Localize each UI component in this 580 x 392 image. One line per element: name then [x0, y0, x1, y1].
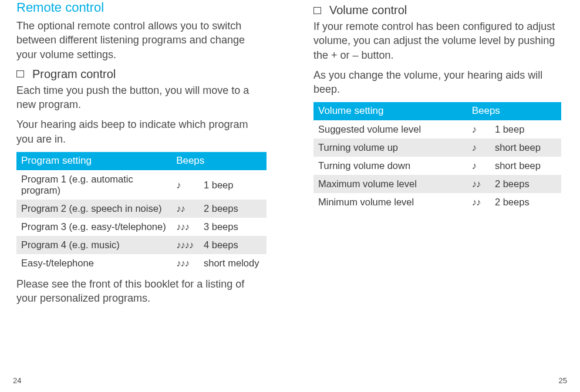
- subheading-label: Volume control: [329, 4, 407, 17]
- intro-paragraph: The optional remote control allows you t…: [16, 19, 267, 62]
- table-row: Turning volume down ♪ short beep: [313, 157, 561, 175]
- note-icon: ♪♪: [171, 200, 199, 218]
- page-left: Remote control The optional remote contr…: [0, 0, 290, 392]
- note-icon: ♪♪♪: [171, 254, 199, 272]
- volume-settings-table: Volume setting Beeps Suggested volume le…: [313, 102, 561, 211]
- table-row: Easy-t/telephone ♪♪♪ short melody: [16, 254, 267, 272]
- table-header-col2: Beeps: [467, 102, 561, 120]
- note-icon: ♪: [171, 170, 199, 200]
- cell-setting: Program 2 (e.g. speech in noise): [16, 200, 171, 218]
- table-row: Maximum volume level ♪♪ 2 beeps: [313, 175, 561, 193]
- note-icon: ♪: [467, 120, 490, 138]
- paragraph: Your hearing aids beep to indicate which…: [16, 117, 267, 146]
- table-row: Suggested volume level ♪ 1 beep: [313, 120, 561, 138]
- cell-setting: Easy-t/telephone: [16, 254, 171, 272]
- cell-beeps: 3 beeps: [199, 218, 267, 236]
- table-header-col1: Program setting: [16, 152, 171, 170]
- note-icon: ♪: [467, 157, 490, 175]
- table-row: Program 2 (e.g. speech in noise) ♪♪ 2 be…: [16, 200, 267, 218]
- table-row: Turning volume up ♪ short beep: [313, 138, 561, 157]
- paragraph: If your remote control has been configur…: [313, 19, 561, 62]
- cell-setting: Turning volume down: [313, 157, 467, 175]
- subheading-label: Program control: [32, 67, 116, 81]
- cell-setting: Maximum volume level: [313, 175, 467, 193]
- cell-beeps: short beep: [490, 157, 561, 175]
- subheading-program-control: Program control: [16, 67, 267, 81]
- note-icon: ♪: [467, 138, 490, 157]
- table-row: Program 3 (e.g. easy-t/telephone) ♪♪♪ 3 …: [16, 218, 267, 236]
- subheading-volume-control: Volume control: [313, 4, 561, 17]
- cell-beeps: short beep: [490, 138, 561, 157]
- cell-beeps: 4 beeps: [199, 236, 267, 254]
- page-number: 25: [559, 376, 567, 385]
- page-right: Volume control If your remote control ha…: [290, 0, 580, 392]
- table-row: Program 1 (e.g. automatic program) ♪ 1 b…: [16, 170, 267, 200]
- cell-beeps: short melody: [199, 254, 267, 272]
- note-icon: ♪♪: [467, 175, 490, 193]
- checkbox-icon: [16, 70, 24, 77]
- table-row: Minimum volume level ♪♪ 2 beeps: [313, 193, 561, 211]
- cell-beeps: 2 beeps: [490, 193, 561, 211]
- cell-beeps: 1 beep: [199, 170, 267, 200]
- cell-beeps: 2 beeps: [199, 200, 267, 218]
- cell-setting: Suggested volume level: [313, 120, 467, 138]
- cell-setting: Program 3 (e.g. easy-t/telephone): [16, 218, 171, 236]
- paragraph: Each time you push the button, you will …: [16, 83, 267, 112]
- cell-beeps: 2 beeps: [490, 175, 561, 193]
- note-icon: ♪♪♪: [171, 218, 199, 236]
- program-settings-table: Program setting Beeps Program 1 (e.g. au…: [16, 152, 267, 272]
- cell-setting: Minimum volume level: [313, 193, 467, 211]
- page-title: Remote control: [16, 0, 267, 15]
- note-icon: ♪♪♪♪: [171, 236, 199, 254]
- footnote-paragraph: Please see the front of this booklet for…: [16, 277, 267, 306]
- table-row: Program 4 (e.g. music) ♪♪♪♪ 4 beeps: [16, 236, 267, 254]
- note-icon: ♪♪: [467, 193, 490, 211]
- cell-setting: Program 4 (e.g. music): [16, 236, 171, 254]
- table-header-col1: Volume setting: [313, 102, 467, 120]
- checkbox-icon: [313, 7, 321, 14]
- page-number: 24: [13, 376, 21, 385]
- cell-beeps: 1 beep: [490, 120, 561, 138]
- cell-setting: Program 1 (e.g. automatic program): [16, 170, 171, 200]
- cell-setting: Turning volume up: [313, 138, 467, 157]
- table-header-col2: Beeps: [171, 152, 267, 170]
- paragraph: As you change the volume, your hearing a…: [313, 68, 561, 97]
